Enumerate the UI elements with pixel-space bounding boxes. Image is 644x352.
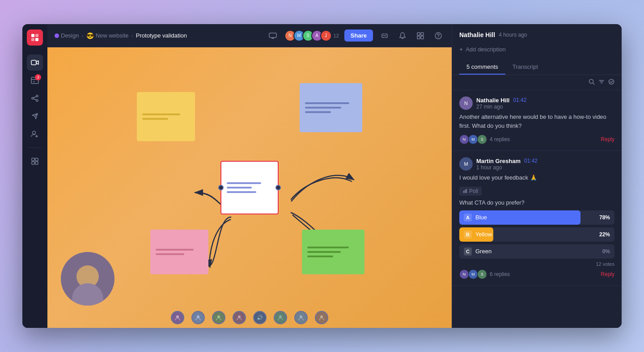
svg-point-23 [217, 315, 220, 318]
reply-button-1[interactable]: Reply [601, 136, 614, 142]
note-line [305, 111, 331, 113]
comment-block-2: M Martin Gresham 01:42 1 hour ago I woul… [452, 151, 622, 286]
comment-text-1: Another alternative here would be to hav… [459, 113, 614, 130]
poll-votes: 12 votes [459, 261, 614, 267]
sidebar-item-share[interactable] [27, 90, 43, 106]
sticky-note-pink[interactable] [150, 230, 208, 274]
panel-username: Nathalie Hill [459, 31, 495, 38]
sidebar-item-send[interactable] [27, 108, 43, 124]
strip-avatar-2 [191, 311, 205, 324]
svg-rect-11 [35, 158, 38, 161]
note-line [307, 247, 349, 248]
add-description-button[interactable]: + Add description [459, 44, 614, 54]
comment-name-2: Martin Gresham [476, 158, 521, 164]
participants-strip: 🔊 [47, 311, 452, 324]
svg-rect-0 [31, 34, 34, 37]
note-line [227, 187, 252, 189]
panel-title-row: Nathalie Hill 4 hours ago [459, 31, 614, 38]
panel-title: Nathalie Hill 4 hours ago [459, 31, 527, 38]
poll-letter-c: C [464, 247, 472, 256]
breadcrumb: Design › 😎 New website › Prototype valid… [55, 32, 263, 39]
svg-point-27 [320, 315, 323, 318]
sticky-note-green[interactable] [302, 230, 364, 274]
svg-point-25 [279, 315, 282, 318]
panel-header: Nathalie Hill 4 hours ago + Add descript… [452, 24, 622, 75]
svg-point-21 [176, 315, 179, 318]
sidebar-item-inbox[interactable]: 3 [27, 72, 43, 88]
video-participant [61, 252, 114, 306]
sticky-note-blue[interactable] [300, 83, 362, 132]
connector-dot-left[interactable] [218, 185, 224, 190]
svg-point-22 [197, 315, 199, 318]
breadcrumb-project-label: New website [96, 32, 129, 39]
bell-icon[interactable] [396, 29, 409, 42]
strip-avatar-8 [315, 311, 328, 324]
tab-comments[interactable]: 5 comments [459, 60, 505, 75]
comment-header-1: N Nathalie Hill 01:42 27 min ago [459, 96, 614, 110]
poll-pct-b: 22% [599, 231, 610, 238]
grid-icon[interactable] [414, 29, 427, 42]
sidebar-item-video[interactable] [27, 54, 43, 71]
search-icon[interactable] [589, 79, 595, 86]
poll-option-c-label: Green [475, 248, 602, 255]
reply-button-2[interactable]: Reply [601, 271, 614, 277]
svg-rect-4 [31, 60, 36, 65]
panel-title-time: 4 hours ago [499, 32, 527, 38]
breadcrumb-page[interactable]: Prototype validation [136, 32, 187, 39]
participant-count: 12 [334, 33, 339, 38]
poll-option-c[interactable]: C Green 0% [459, 244, 614, 259]
comment-name-1: Nathalie Hill [476, 97, 509, 104]
note-line [227, 191, 256, 193]
reply-avatar-1a: N [459, 134, 469, 144]
poll-option-a-inner: A Blue 78% [459, 210, 614, 225]
note-line [142, 118, 168, 120]
screen-icon[interactable] [267, 29, 279, 42]
breadcrumb-design[interactable]: Design [55, 32, 79, 39]
reply-avatar-1c: S [477, 134, 487, 144]
strip-avatar-4 [233, 311, 246, 324]
svg-rect-18 [421, 36, 424, 39]
help-icon[interactable] [432, 29, 445, 42]
app-window: 3 [22, 24, 622, 328]
canvas[interactable]: 🔊 [47, 47, 452, 328]
poll-option-b[interactable]: B Yellow 22% [459, 227, 614, 242]
comment-footer-1: N M S 4 replies Reply [459, 134, 614, 144]
poll-option-a[interactable]: A Blue 78% [459, 210, 614, 225]
comment-name-row-2: Martin Gresham 01:42 [476, 158, 538, 164]
app-logo[interactable] [27, 29, 43, 46]
svg-point-20 [438, 37, 439, 38]
tab-transcript[interactable]: Transcript [505, 60, 545, 75]
sort-icon[interactable] [598, 79, 605, 86]
sticky-note-yellow[interactable] [137, 92, 195, 141]
participant-5: J [320, 30, 332, 42]
breadcrumb-page-label: Prototype validation [136, 32, 187, 39]
svg-rect-12 [32, 162, 34, 164]
breadcrumb-sep-1: › [81, 32, 83, 39]
svg-point-26 [300, 315, 302, 318]
sidebar-item-add-user[interactable] [27, 126, 43, 142]
project-emoji: 😎 [86, 32, 94, 39]
note-line [305, 102, 349, 104]
canvas-container[interactable]: 🔊 [47, 47, 452, 328]
comment-timestamp-2: 01:42 [524, 158, 538, 164]
svg-rect-3 [35, 38, 38, 41]
link-icon[interactable] [378, 29, 391, 42]
sticky-note-center[interactable] [220, 161, 279, 214]
poll-option-b-inner: B Yellow 22% [459, 227, 614, 242]
header: Design › 😎 New website › Prototype valid… [47, 24, 452, 47]
main-area: Design › 😎 New website › Prototype valid… [47, 24, 452, 328]
sidebar-item-grid[interactable] [27, 153, 43, 169]
note-line [142, 113, 180, 115]
share-button[interactable]: Share [344, 29, 373, 42]
svg-rect-14 [269, 33, 276, 38]
comment-age-1: 27 min ago [476, 104, 526, 110]
svg-point-8 [36, 100, 38, 101]
svg-rect-30 [463, 191, 464, 193]
comment-name-row-1: Nathalie Hill 01:42 [476, 97, 526, 104]
panel-search-row [452, 75, 622, 90]
poll-label: Poll [459, 187, 482, 196]
breadcrumb-project[interactable]: 😎 New website [86, 32, 129, 39]
check-icon[interactable] [608, 79, 614, 86]
connector-dot-right[interactable] [275, 185, 281, 190]
poll-letter-b: B [464, 230, 472, 239]
